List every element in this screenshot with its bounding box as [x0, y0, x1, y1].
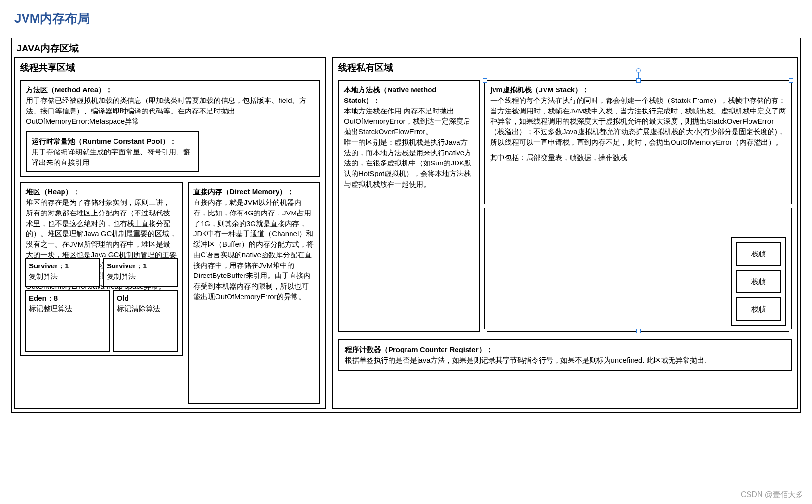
runtime-constant-pool-box: 运行时常量池（Runtime Constant Pool）： 用于存储编译期就生…: [26, 131, 199, 172]
selection-handle-bm[interactable]: [636, 329, 641, 333]
method-area-box: 方法区（Method Area）： 用于存储已经被虚拟机加载的类信息（即加载类时…: [20, 80, 320, 177]
rcp-body: 用于存储编译期就生成的字面常量、符号引用、翻译出来的直接引用: [32, 148, 190, 166]
jvm-stack-frames: 栈帧 栈帧 栈帧: [731, 237, 786, 326]
private-label: 线程私有区域: [333, 58, 797, 76]
selection-handle-tm[interactable]: [636, 78, 641, 83]
eden-algo: 标记整理算法: [29, 304, 72, 313]
native-method-stack-box: 本地方法栈（Native Method Statck）： 本地方法栈在作用.内存…: [338, 80, 480, 332]
outer-label: JAVA内存区域: [12, 38, 800, 57]
watermark: CSDN @壹佰大多: [741, 489, 803, 500]
jvm-extra: 其中包括：局部变量表，帧数据，操作数栈: [490, 153, 627, 162]
heap-box: 堆区（Heap）： 堆区的存在是为了存储对象实例，原则上讲，所有的对象都在堆区上…: [20, 182, 183, 356]
old-algo: 标记清除算法: [117, 304, 160, 313]
direct-memory-box: 直接内存（Direct Memory）： 直接内存，就是JVM以外的机器内存，比…: [188, 182, 320, 404]
shared-label: 线程共享区域: [15, 58, 325, 76]
native-body: 本地方法栈在作用.内存不足时抛出OutOfMemoryError，栈到达一定深度…: [344, 107, 471, 188]
page-title: JVM内存布局: [0, 0, 812, 33]
rcp-heading: 运行时常量池（Runtime Constant Pool）：: [32, 137, 177, 145]
stack-frame-3: 栈帧: [736, 297, 781, 321]
survivor-2-title: Surviver：1: [107, 262, 147, 270]
survivor-1-algo: 复制算法: [29, 272, 58, 280]
old-box: Old 标记清除算法: [113, 290, 178, 352]
eden-box: Eden：8 标记整理算法: [25, 290, 110, 352]
direct-body: 直接内存，就是JVM以外的机器内存，比如，你有4G的内存，JVM占用了1G，则其…: [193, 198, 314, 301]
heap-heading: 堆区（Heap）：: [26, 188, 80, 196]
direct-heading: 直接内存（Direct Memory）：: [193, 188, 294, 196]
selection-handle-tr[interactable]: [789, 78, 793, 83]
native-heading: 本地方法栈（Native Method Statck）：: [344, 86, 437, 104]
selection-handle-br[interactable]: [789, 329, 793, 333]
selection-rotate-line: [638, 72, 639, 79]
survivor-1-box: Surviver：1 复制算法: [25, 258, 100, 287]
program-counter-box: 程序计数器（Program Counter Register）： 根据单签执行的…: [338, 339, 792, 371]
thread-private-region: 线程私有区域 本地方法栈（Native Method Statck）： 本地方法…: [332, 57, 798, 409]
survivor-1-title: Surviver：1: [29, 262, 69, 270]
selection-handle-ml[interactable]: [483, 204, 487, 208]
java-memory-outer: JAVA内存区域 线程共享区域 方法区（Method Area）： 用于存储已经…: [11, 38, 801, 413]
heap-subregions: Surviver：1 复制算法 Surviver：1 复制算法: [25, 258, 178, 352]
method-area-body: 用于存储已经被虚拟机加载的类信息（即加载类时需要加载的信息，包括版本、field…: [26, 96, 306, 126]
stack-frame-2: 栈帧: [736, 270, 781, 294]
pc-heading: 程序计数器（Program Counter Register）：: [345, 345, 493, 353]
selection-handle-mr[interactable]: [789, 204, 793, 208]
eden-title: Eden：8: [29, 294, 58, 302]
jvm-heading: jvm虚拟机栈（JVM Stack）：: [490, 86, 589, 94]
thread-shared-region: 线程共享区域 方法区（Method Area）： 用于存储已经被虚拟机加载的类信…: [14, 57, 326, 409]
stack-frame-1: 栈帧: [736, 242, 781, 266]
jvm-body: 一个线程的每个方法在执行的同时，都会创建一个栈帧（Statck Frame），栈…: [490, 96, 786, 146]
selection-rotate-handle[interactable]: [636, 68, 641, 73]
old-title: Old: [117, 294, 129, 302]
pc-body: 根据单签执行的是否是java方法，如果是则记录其字节码指令行号，如果不是则标为u…: [345, 356, 706, 364]
selection-handle-tl[interactable]: [483, 78, 487, 83]
selection-handle-bl[interactable]: [483, 329, 487, 333]
survivor-2-algo: 复制算法: [107, 272, 136, 280]
jvm-stack-box[interactable]: jvm虚拟机栈（JVM Stack）： 一个线程的每个方法在执行的同时，都会创建…: [484, 80, 792, 332]
method-area-heading: 方法区（Method Area）：: [26, 86, 113, 94]
survivor-2-box: Surviver：1 复制算法: [103, 258, 178, 287]
